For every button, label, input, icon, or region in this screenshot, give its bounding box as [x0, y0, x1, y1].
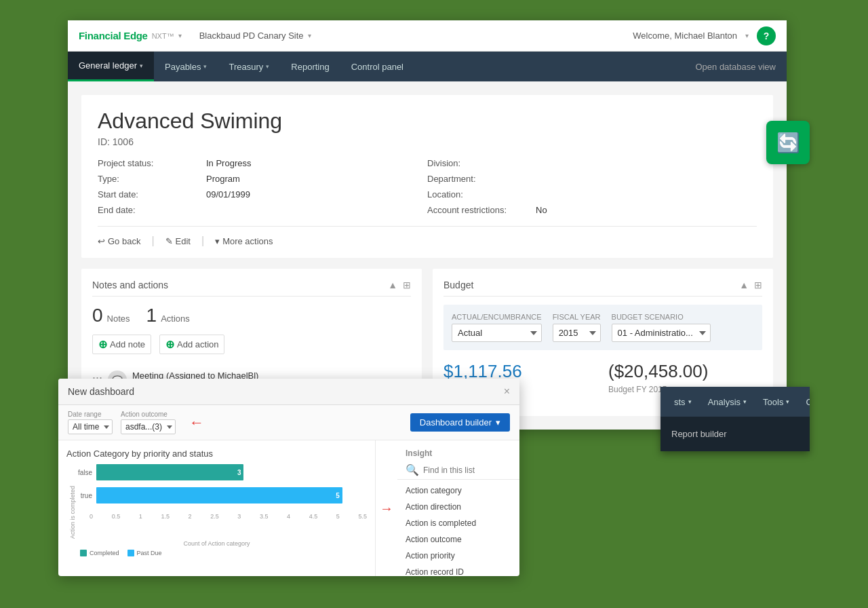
- legend-past-due: Past Due: [127, 550, 162, 556]
- refresh-button[interactable]: 🔄: [766, 121, 810, 164]
- bar-fill-0: 3: [96, 464, 243, 480]
- actions-count: 1: [146, 305, 157, 326]
- action-outcome-filter: Action outcome asdfa...(3): [121, 411, 176, 434]
- notes-count: 0: [92, 305, 103, 326]
- location-row: Location:: [427, 189, 757, 200]
- insight-search-input[interactable]: [423, 466, 511, 475]
- type-value: Program: [206, 174, 240, 184]
- add-action-plus-icon: ⊕: [165, 338, 174, 351]
- header-right: Welcome, Michael Blanton ▾ ?: [633, 26, 776, 45]
- legend-dot-past-due: [127, 550, 134, 556]
- add-note-button[interactable]: ⊕ Add note: [92, 335, 151, 354]
- go-back-icon: ↩: [98, 236, 105, 246]
- org-dropdown-icon[interactable]: ▾: [308, 32, 311, 39]
- budget-scenario-group: Budget scenario 01 - Administratio...: [612, 313, 711, 342]
- actual-encumbrance-label: Actual/encumbrance: [452, 313, 542, 321]
- help-button[interactable]: ?: [757, 26, 776, 45]
- dropdown-menu: Report builder: [660, 417, 810, 451]
- app-logo: Financial Edge NXT™ ▾ Blackbaud PD Canar…: [79, 30, 311, 41]
- budget-amount: ($20,458.00): [608, 361, 762, 382]
- account-restrictions-value: No: [536, 205, 547, 215]
- nav-item-control-panel[interactable]: Control panel: [340, 52, 414, 81]
- dropdown-nav-analysis[interactable]: Analysis ▾: [700, 387, 755, 417]
- insight-item-action-category[interactable]: Action category: [397, 482, 519, 499]
- bar-row-1: true 5: [76, 487, 367, 504]
- insight-header: Insight: [397, 446, 519, 461]
- chart-title: Action Category by priority and status: [66, 449, 367, 459]
- x-axis-label: Count of Action category: [66, 540, 367, 547]
- actual-encumbrance-group: Actual/encumbrance Actual: [452, 313, 542, 342]
- bar-value-0: 3: [237, 469, 241, 476]
- add-buttons: ⊕ Add note ⊕ Add action: [92, 335, 411, 354]
- budget-scenario-select[interactable]: 01 - Administratio...: [612, 324, 711, 342]
- project-id: ID: 1006: [98, 136, 757, 147]
- action-outcome-select[interactable]: asdfa...(3): [121, 419, 176, 434]
- logo-nxt: NXT™: [152, 32, 174, 40]
- nav-caret-1: ▾: [203, 63, 207, 70]
- dashboard-builder-button[interactable]: Dashboard builder ▾: [410, 413, 510, 432]
- start-date-label: Start date:: [98, 189, 206, 200]
- x-axis: 0 0.5 1 1.5 2 2.5 3 3.5 4 4.5 5 5.5: [90, 510, 367, 520]
- notes-panel-title: Notes and actions: [92, 280, 168, 290]
- project-title: Advanced Swiming: [98, 109, 757, 134]
- org-selector[interactable]: Blackbaud PD Canary Site: [199, 31, 304, 41]
- nav-caret-2: ▾: [266, 63, 269, 70]
- dashboard-overlay: New dashboard × Date range All time Acti…: [58, 379, 519, 576]
- start-date-row: Start date: 09/01/1999: [98, 189, 427, 200]
- go-back-link[interactable]: ↩ Go back: [98, 236, 140, 246]
- nav-item-general-ledger[interactable]: General ledger ▾: [68, 52, 154, 81]
- date-range-select[interactable]: All time: [68, 419, 113, 434]
- dropdown-nav-tools[interactable]: Tools ▾: [755, 387, 797, 417]
- more-actions-caret: ▾: [215, 236, 220, 246]
- edit-icon: ✎: [165, 236, 173, 246]
- dropdown-nav: sts ▾ Analysis ▾ Tools ▾ Contr: [660, 387, 810, 417]
- type-row: Type: Program: [98, 174, 427, 184]
- budget-grid-icon[interactable]: ⊞: [754, 280, 762, 290]
- dropdown-nav-sts[interactable]: sts ▾: [666, 387, 700, 417]
- insight-item-action-completed[interactable]: Action is completed: [397, 515, 519, 531]
- notes-stat: 0 Notes: [92, 305, 130, 326]
- report-builder-menu-item[interactable]: Report builder: [660, 422, 810, 446]
- chart-with-yaxis: Action is completed false 3 true: [66, 464, 367, 539]
- insight-item-action-outcome[interactable]: Action outcome: [397, 531, 519, 548]
- notes-label: Notes: [107, 314, 130, 324]
- search-icon: 🔍: [406, 463, 419, 476]
- welcome-dropdown-icon[interactable]: ▾: [745, 32, 749, 39]
- budget-collapse-icon[interactable]: ▲: [739, 280, 749, 290]
- bar-value-1: 5: [336, 492, 340, 499]
- fiscal-year-select[interactable]: 2015: [553, 324, 601, 342]
- bar-chart: false 3 true 5: [76, 464, 367, 539]
- budget-selectors: Actual/encumbrance Actual Fiscal year 20…: [443, 305, 762, 350]
- detail-group-left: Project status: In Progress Type: Progra…: [98, 158, 427, 215]
- collapse-icon[interactable]: ▲: [388, 280, 397, 290]
- nav-item-treasury[interactable]: Treasury ▾: [218, 52, 280, 81]
- insight-panel: Insight 🔍 Action category Action directi…: [397, 440, 519, 576]
- dashboard-close-button[interactable]: ×: [504, 385, 510, 398]
- legend-dot-completed: [80, 550, 87, 556]
- app-container: Financial Edge NXT™ ▾ Blackbaud PD Canar…: [68, 20, 787, 430]
- account-restrictions-label: Account restrictions:: [427, 205, 536, 215]
- legend-label-past-due: Past Due: [137, 550, 162, 556]
- nav-bar: General ledger ▾ Payables ▾ Treasury ▾ R…: [68, 52, 787, 81]
- add-action-button[interactable]: ⊕ Add action: [159, 335, 224, 354]
- grid-icon[interactable]: ⊞: [403, 280, 411, 290]
- department-row: Department:: [427, 174, 757, 184]
- edit-link[interactable]: ✎ Edit: [165, 236, 191, 246]
- refresh-icon: 🔄: [776, 132, 800, 154]
- open-database-view[interactable]: Open database view: [684, 62, 787, 72]
- chart-legend: Completed Past Due: [80, 550, 367, 556]
- actual-encumbrance-select[interactable]: Actual: [452, 324, 542, 342]
- dropdown-nav-caret-1: ▾: [743, 398, 747, 405]
- logo-dropdown-icon[interactable]: ▾: [178, 32, 182, 39]
- nav-item-payables[interactable]: Payables ▾: [154, 52, 218, 81]
- insight-item-action-priority[interactable]: Action priority: [397, 548, 519, 564]
- more-actions-link[interactable]: ▾ More actions: [215, 236, 273, 246]
- insight-item-action-direction[interactable]: Action direction: [397, 499, 519, 515]
- dropdown-overlay: sts ▾ Analysis ▾ Tools ▾ Contr Report bu…: [660, 387, 810, 451]
- insight-item-action-record-id[interactable]: Action record ID: [397, 564, 519, 576]
- budget-panel-controls: ▲ ⊞: [739, 280, 762, 290]
- dropdown-nav-contr[interactable]: Contr: [797, 387, 810, 417]
- nav-item-reporting[interactable]: Reporting: [280, 52, 340, 81]
- actions-label: Actions: [161, 314, 190, 324]
- add-note-plus-icon: ⊕: [98, 338, 107, 351]
